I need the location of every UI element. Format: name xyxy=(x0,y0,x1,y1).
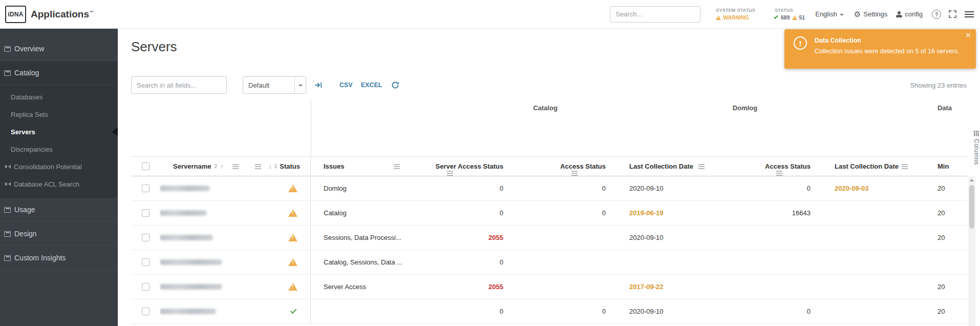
table-row[interactable]: Server Access 2055 2017-09-22 20 xyxy=(131,275,968,299)
sidebar-item-replica-sets[interactable]: Replica Sets xyxy=(0,106,118,123)
domlog-last-collection-date-cell: 2020-09-03 xyxy=(819,176,917,200)
column-menu-icon[interactable] xyxy=(232,164,239,169)
table-search-input[interactable] xyxy=(131,76,227,94)
column-menu-icon[interactable] xyxy=(698,164,705,169)
expand-table-button[interactable] xyxy=(314,81,323,89)
min-cell: 20 xyxy=(917,176,968,200)
servername-redacted xyxy=(160,259,222,265)
system-status-label: SYSTEM STATUS xyxy=(716,8,755,13)
row-checkbox[interactable] xyxy=(142,209,150,217)
domlog-last-collection-date-cell xyxy=(819,299,917,323)
min-cell: 20 xyxy=(917,226,968,250)
scroll-up-arrow[interactable] xyxy=(968,176,975,184)
column-menu-icon[interactable] xyxy=(447,171,453,176)
export-csv-button[interactable]: CSV xyxy=(339,82,353,89)
status-icon xyxy=(288,185,297,192)
server-access-status-cell: 0 xyxy=(407,250,512,274)
column-header-server-access-status[interactable]: Server Access Status xyxy=(407,157,512,176)
refresh-button[interactable] xyxy=(391,81,399,89)
last-collection-date-cell: 2020-09-10 xyxy=(614,176,712,200)
row-checkbox[interactable] xyxy=(142,234,150,241)
help-button[interactable] xyxy=(932,10,941,19)
system-status: SYSTEM STATUS WARNING xyxy=(716,8,755,21)
status-label: STATUS xyxy=(775,8,805,13)
grid-icon xyxy=(974,131,979,136)
sort-asc-icon xyxy=(220,164,223,170)
column-header-domlog-last-collection-date[interactable]: Last Collection Date xyxy=(819,157,917,176)
data-collection-toast: Data Collection Collection issues were d… xyxy=(784,29,976,69)
row-checkbox[interactable] xyxy=(142,308,150,315)
last-collection-date-cell: 2017-09-22 xyxy=(614,275,712,299)
sidebar-item-overview[interactable]: Overview xyxy=(0,37,118,61)
sidebar-item-databases[interactable]: Databases xyxy=(0,88,118,106)
column-header-domlog-access-status[interactable]: Access Status xyxy=(712,157,819,176)
select-all-checkbox[interactable] xyxy=(142,162,150,170)
scrollbar-thumb[interactable] xyxy=(969,185,974,229)
merge-icon xyxy=(5,182,11,186)
window-icon xyxy=(4,231,11,237)
vertical-scrollbar[interactable] xyxy=(968,176,975,326)
column-menu-icon[interactable] xyxy=(902,164,908,169)
band-domlog: Domlog xyxy=(733,104,757,112)
global-search-input[interactable] xyxy=(610,6,700,23)
sidebar-item-discrepancies[interactable]: Discrepancies xyxy=(0,140,118,158)
column-header-servername[interactable]: Servername 2 xyxy=(160,157,251,176)
sidebar-group-catalog: Catalog Databases Replica Sets Servers D… xyxy=(0,61,118,198)
table-row[interactable]: Sessions, Data Processi... 2055 2020-09-… xyxy=(131,226,968,250)
sidebar-item-database-acl-search[interactable]: Database ACL Search xyxy=(0,175,118,193)
user-menu[interactable]: config xyxy=(896,10,923,18)
menu-button[interactable] xyxy=(965,11,974,17)
sidebar-item-usage[interactable]: Usage xyxy=(0,198,118,222)
column-header-min[interactable]: Min xyxy=(917,157,968,176)
row-checkbox[interactable] xyxy=(142,283,150,291)
table-row[interactable]: Domlog 0 0 2020-09-10 0 2020-09-03 20 xyxy=(131,176,968,201)
fullscreen-button[interactable] xyxy=(949,10,956,18)
table-row[interactable]: Catalog 0 0 2019-06-19 16643 20 xyxy=(131,201,968,226)
sidebar-item-servers[interactable]: Servers xyxy=(0,123,118,140)
sidebar-item-catalog[interactable]: Catalog xyxy=(0,61,118,85)
column-header-last-collection-date[interactable]: Last Collection Date xyxy=(614,157,712,176)
column-header-issues[interactable]: Issues xyxy=(311,157,407,176)
fullscreen-icon xyxy=(949,10,956,18)
language-menu[interactable]: English xyxy=(815,10,844,18)
column-header-access-status[interactable]: Access Status xyxy=(512,157,614,176)
column-menu-icon[interactable] xyxy=(394,164,400,169)
issues-cell: Sessions, Data Processi... xyxy=(311,226,407,250)
column-menu-icon[interactable] xyxy=(776,171,782,176)
window-icon xyxy=(4,70,11,76)
table-row[interactable]: 0 0 2020-09-10 0 20 xyxy=(131,299,968,324)
toast-close-button[interactable] xyxy=(966,30,971,40)
column-caption: Min xyxy=(938,162,949,170)
table-header-row: Servername 2 1 Status Issues Server Acce… xyxy=(131,156,968,176)
column-header-status[interactable]: 1 Status xyxy=(251,157,311,176)
server-access-status-cell: 2055 xyxy=(407,275,512,299)
page-title: Servers xyxy=(131,39,177,55)
issues-cell: Domlog xyxy=(311,176,407,200)
columns-button-label: Columns xyxy=(973,139,980,165)
min-cell: 20 xyxy=(917,299,968,323)
server-access-status-cell: 2055 xyxy=(407,226,512,250)
sidebar-item-design[interactable]: Design xyxy=(0,222,118,246)
domlog-access-status-cell: 0 xyxy=(712,176,819,200)
domlog-last-collection-date-cell xyxy=(819,275,917,299)
status-warning-count: 51 xyxy=(799,14,805,21)
sort-order-badge: 2 xyxy=(214,164,217,169)
domlog-access-status-cell xyxy=(712,226,819,250)
arrow-to-bar-icon xyxy=(314,81,323,89)
view-select[interactable]: Default xyxy=(243,76,306,94)
row-checkbox[interactable] xyxy=(142,258,150,266)
column-caption: Last Collection Date xyxy=(835,162,899,170)
export-excel-button[interactable]: EXCEL xyxy=(361,82,382,89)
frozen-column-divider xyxy=(311,100,311,156)
column-menu-icon[interactable] xyxy=(255,164,261,169)
settings-menu[interactable]: ⚙Settings xyxy=(854,10,887,18)
column-menu-icon[interactable] xyxy=(571,171,578,176)
columns-button[interactable]: Columns xyxy=(973,131,979,165)
servername-redacted xyxy=(160,284,222,290)
table-row[interactable]: Catalog, Sessions, Data ... 0 xyxy=(131,250,968,275)
sidebar-item-custom-insights[interactable]: Custom Insights xyxy=(0,246,118,270)
status-icon xyxy=(288,283,297,291)
sidebar-item-consolidation-potential[interactable]: Consolidation Potential xyxy=(0,158,118,175)
access-status-cell xyxy=(512,250,614,274)
row-checkbox[interactable] xyxy=(142,185,150,192)
